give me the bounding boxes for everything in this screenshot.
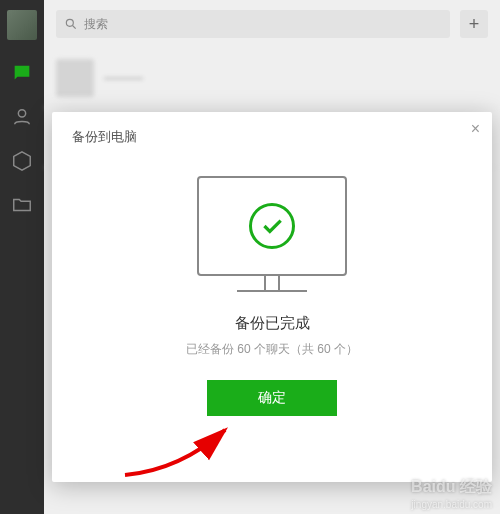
watermark-url: jingyan.baidu.com — [411, 499, 492, 510]
search-input[interactable]: 搜索 — [56, 10, 450, 38]
chat-name: ——— — [104, 70, 143, 85]
status-title: 备份已完成 — [235, 314, 310, 333]
modal-title: 备份到电脑 — [72, 128, 472, 146]
favorites-icon[interactable] — [11, 150, 33, 172]
watermark-logo: Baidu 经验 — [411, 477, 492, 498]
search-icon — [64, 17, 78, 31]
confirm-button[interactable]: 确定 — [207, 380, 337, 416]
avatar[interactable] — [7, 10, 37, 40]
modal-body: 备份已完成 已经备份 60 个聊天（共 60 个） 确定 — [72, 146, 472, 416]
svg-point-0 — [18, 110, 25, 117]
add-button[interactable]: + — [460, 10, 488, 38]
status-subtitle: 已经备份 60 个聊天（共 60 个） — [186, 341, 358, 358]
close-button[interactable]: × — [471, 120, 480, 138]
chat-avatar — [56, 59, 94, 97]
monitor-illustration — [197, 176, 347, 292]
list-item[interactable]: ——— — [44, 48, 500, 108]
files-icon[interactable] — [11, 194, 33, 216]
contacts-icon[interactable] — [11, 106, 33, 128]
sidebar — [0, 0, 44, 514]
svg-point-1 — [66, 19, 73, 26]
chat-icon[interactable] — [11, 62, 33, 84]
check-icon — [249, 203, 295, 249]
search-placeholder: 搜索 — [84, 16, 108, 33]
backup-modal: × 备份到电脑 备份已完成 已经备份 60 个聊天（共 60 个） 确定 — [52, 112, 492, 482]
search-row: 搜索 + — [44, 0, 500, 48]
